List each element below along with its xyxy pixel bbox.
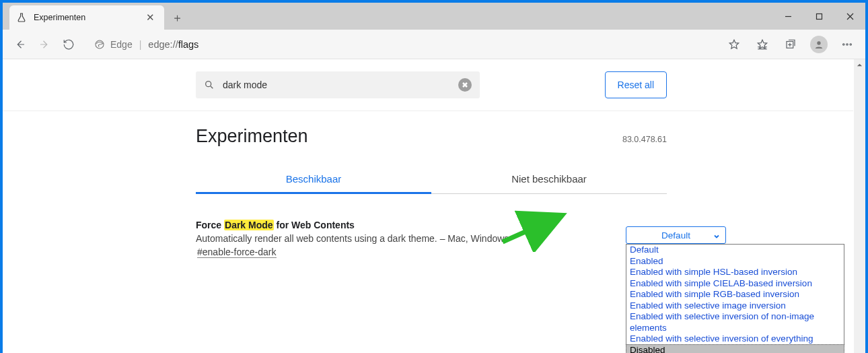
- reset-all-button[interactable]: Reset all: [605, 71, 667, 98]
- flag-option[interactable]: Default: [626, 245, 844, 256]
- clear-search-button[interactable]: [458, 78, 472, 92]
- tab-available[interactable]: Beschikbaar: [196, 166, 431, 194]
- flag-option[interactable]: Enabled with selective image inversion: [626, 300, 844, 312]
- flag-title-prefix: Force: [196, 220, 224, 230]
- url-prefix: edge://: [148, 39, 178, 50]
- reset-all-label: Reset all: [618, 79, 654, 90]
- window-controls: [772, 3, 865, 30]
- svg-point-11: [817, 41, 820, 44]
- forward-button[interactable]: [32, 32, 57, 57]
- edge-label: Edge: [110, 39, 133, 50]
- flags-search-box[interactable]: [196, 71, 480, 98]
- browser-toolbar: Edge | edge://flags: [3, 30, 865, 59]
- flag-title-highlight: Dark Mode: [224, 220, 274, 230]
- favorites-button[interactable]: [750, 32, 775, 57]
- flag-select[interactable]: Default: [626, 226, 726, 244]
- page-heading-row: Experimenten 83.0.478.61: [196, 126, 667, 147]
- flag-select-wrapper: Default DefaultEnabledEnabled with simpl…: [626, 226, 844, 353]
- back-button[interactable]: [8, 32, 32, 57]
- omnibox-separator: |: [139, 39, 142, 50]
- collections-button[interactable]: [778, 32, 803, 57]
- content-area: Reset all Experimenten 83.0.478.61 Besch…: [3, 59, 865, 353]
- new-tab-button[interactable]: ＋: [167, 7, 187, 28]
- scrollbar-up-button[interactable]: [854, 59, 865, 71]
- flag-option[interactable]: Enabled with simple HSL-based inversion: [626, 267, 844, 278]
- flag-option[interactable]: Enabled: [626, 256, 844, 267]
- address-bar[interactable]: Edge | edge://flags: [94, 34, 715, 55]
- edge-icon: [94, 39, 105, 50]
- search-icon: [204, 79, 215, 90]
- flag-row: Force Dark Mode for Web Contents Automat…: [196, 220, 667, 258]
- tab-strip: Beschikbaar Niet beschikbaar: [196, 166, 667, 194]
- svg-point-12: [843, 43, 844, 44]
- tab-title: Experimenten: [34, 13, 143, 22]
- flag-option[interactable]: Disabled: [626, 344, 844, 354]
- flag-option[interactable]: Enabled with simple RGB-based inversion: [626, 289, 844, 300]
- flag-title-suffix: for Web Contents: [274, 220, 355, 230]
- flag-option[interactable]: Enabled with simple CIELAB-based inversi…: [626, 278, 844, 290]
- window-close-button[interactable]: [834, 3, 865, 30]
- svg-point-13: [846, 43, 848, 44]
- svg-point-15: [206, 82, 211, 87]
- flag-title: Force Dark Mode for Web Contents: [196, 220, 667, 230]
- profile-button[interactable]: [806, 32, 832, 57]
- chevron-down-icon: [713, 232, 720, 242]
- flag-hash-link[interactable]: #enable-force-dark: [197, 247, 277, 258]
- scrollbar-track[interactable]: [854, 59, 865, 353]
- more-button[interactable]: [834, 32, 860, 57]
- title-bar: Experimenten ✕ ＋: [3, 3, 865, 30]
- flag-description: Automatically render all web contents us…: [196, 233, 667, 244]
- svg-rect-1: [816, 13, 822, 19]
- flag-option[interactable]: Enabled with selective inversion of ever…: [626, 333, 844, 345]
- version-label: 83.0.478.61: [622, 135, 667, 144]
- flag-select-dropdown[interactable]: DefaultEnabledEnabled with simple HSL-ba…: [626, 244, 844, 353]
- tab-close-icon[interactable]: ✕: [143, 11, 157, 24]
- browser-window: Experimenten ✕ ＋ Edge | edge://flags: [3, 3, 865, 353]
- avatar-icon: [810, 36, 828, 53]
- svg-line-16: [211, 86, 213, 88]
- favorite-star-icon[interactable]: [721, 32, 747, 57]
- flag-select-value: Default: [661, 230, 690, 240]
- svg-point-14: [850, 43, 851, 44]
- search-row: Reset all: [3, 59, 853, 111]
- tab-unavailable[interactable]: Niet beschikbaar: [431, 166, 667, 193]
- url-path: flags: [178, 39, 199, 50]
- maximize-button[interactable]: [803, 3, 834, 30]
- flask-icon: [16, 12, 27, 23]
- browser-tab[interactable]: Experimenten ✕: [9, 5, 164, 30]
- refresh-button[interactable]: [57, 32, 81, 57]
- minimize-button[interactable]: [772, 3, 803, 30]
- flags-search-input[interactable]: [223, 79, 458, 90]
- flag-option[interactable]: Enabled with selective inversion of non-…: [626, 311, 844, 333]
- page-title: Experimenten: [196, 126, 622, 147]
